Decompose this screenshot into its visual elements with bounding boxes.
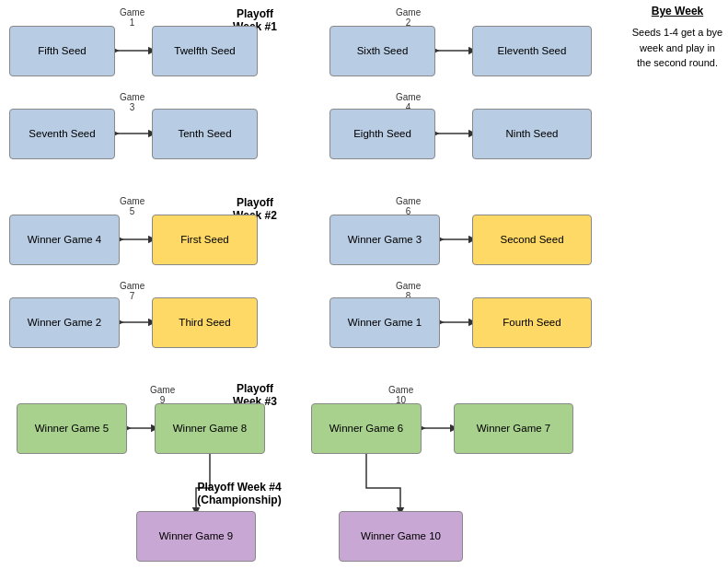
twelfth-seed-box: Twelfth Seed: [152, 26, 258, 76]
fifth-seed-box: Fifth Seed: [9, 26, 115, 76]
winner-game8-box: Winner Game 8: [155, 403, 265, 454]
second-seed-box: Second Seed: [472, 215, 592, 265]
game3-label: Game3: [120, 92, 144, 112]
winner-game3-box: Winner Game 3: [329, 215, 440, 265]
bye-week-text: Seeds 1-4 get a bye week and play in the…: [631, 25, 723, 71]
winner-game7-box: Winner Game 7: [454, 403, 573, 454]
winner-game10-box: Winner Game 10: [339, 511, 463, 562]
game10-label: Game10: [388, 385, 413, 405]
winner-game2-box: Winner Game 2: [9, 297, 120, 348]
seventh-seed-box: Seventh Seed: [9, 109, 115, 159]
ninth-seed-box: Ninth Seed: [472, 109, 592, 159]
winner-game9-box: Winner Game 9: [136, 511, 256, 562]
game6-label: Game6: [396, 196, 421, 216]
week4-label: Playoff Week #4(Championship): [179, 481, 299, 506]
winner-game4-box: Winner Game 4: [9, 215, 120, 265]
game1-label: Game1: [120, 7, 144, 28]
eleventh-seed-box: Eleventh Seed: [472, 26, 592, 76]
tenth-seed-box: Tenth Seed: [152, 109, 258, 159]
first-seed-box: First Seed: [152, 215, 258, 265]
eighth-seed-box: Eighth Seed: [329, 109, 435, 159]
winner-game1-box: Winner Game 1: [329, 297, 440, 348]
game5-label: Game5: [120, 196, 144, 216]
game2-label: Game2: [396, 7, 421, 28]
sixth-seed-box: Sixth Seed: [329, 26, 435, 76]
winner-game6-box: Winner Game 6: [311, 403, 422, 454]
bye-week-title: Bye Week: [631, 5, 723, 17]
game9-label: Game9: [150, 385, 175, 405]
winner-game5-box: Winner Game 5: [17, 403, 127, 454]
third-seed-box: Third Seed: [152, 297, 258, 348]
fourth-seed-box: Fourth Seed: [472, 297, 592, 348]
game7-label: Game7: [120, 281, 144, 301]
bye-week-section: Bye Week Seeds 1-4 get a bye week and pl…: [631, 5, 723, 71]
